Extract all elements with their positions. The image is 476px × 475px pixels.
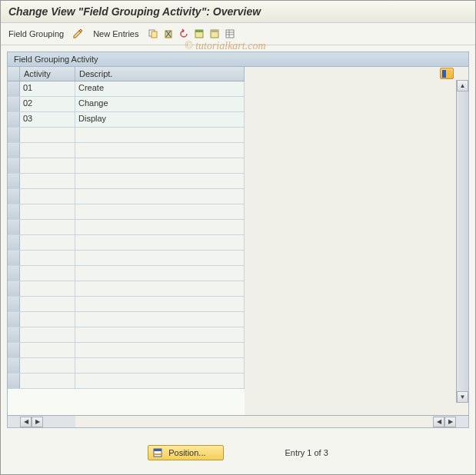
cell-activity[interactable]	[20, 204, 75, 219]
cell-descript[interactable]	[75, 297, 245, 311]
cell-descript[interactable]	[75, 204, 245, 219]
new-entries-label[interactable]: New Entries	[93, 29, 138, 38]
row-selector[interactable]	[8, 374, 20, 388]
cell-descript[interactable]	[75, 327, 245, 342]
table-row[interactable]	[8, 374, 245, 389]
row-selector[interactable]	[8, 343, 20, 357]
copy-icon[interactable]	[146, 28, 160, 40]
cell-activity[interactable]: 03	[20, 112, 75, 127]
cell-descript[interactable]	[75, 189, 245, 204]
vertical-scrollbar[interactable]: ▲ ▼	[456, 80, 468, 403]
row-selector[interactable]	[8, 220, 20, 234]
row-selector[interactable]	[8, 97, 20, 111]
cell-activity[interactable]	[20, 158, 75, 173]
table-row[interactable]	[8, 343, 245, 358]
cell-activity[interactable]: 01	[20, 81, 75, 96]
table-row[interactable]: 01Create	[8, 81, 245, 97]
table-row[interactable]	[8, 251, 245, 266]
cell-descript[interactable]	[75, 235, 245, 250]
deselect-all-icon[interactable]	[208, 28, 221, 40]
select-column-header[interactable]	[8, 67, 20, 81]
scroll-down-icon[interactable]: ▼	[457, 391, 468, 403]
edit-icon[interactable]	[72, 28, 85, 40]
cell-descript[interactable]	[75, 312, 245, 327]
cell-descript[interactable]	[75, 281, 245, 296]
cell-descript[interactable]: Create	[75, 81, 245, 96]
cell-activity[interactable]	[20, 189, 75, 204]
table-row[interactable]	[8, 358, 245, 374]
cell-descript[interactable]	[75, 143, 245, 158]
cell-activity[interactable]	[20, 343, 75, 357]
row-selector[interactable]	[8, 112, 20, 127]
cell-activity[interactable]	[20, 128, 75, 142]
row-selector[interactable]	[8, 235, 20, 250]
scroll-right-icon[interactable]: ▶	[32, 417, 43, 427]
cell-activity[interactable]	[20, 374, 75, 388]
table-row[interactable]: 03Display	[8, 112, 245, 128]
table-row[interactable]	[8, 235, 245, 251]
cell-activity[interactable]	[20, 327, 75, 342]
scroll-right-icon-2[interactable]: ▶	[444, 417, 456, 427]
position-button[interactable]: Position...	[148, 445, 223, 460]
cell-activity[interactable]: 02	[20, 97, 75, 111]
column-descript[interactable]: Descript.	[75, 67, 245, 81]
delete-icon[interactable]	[161, 28, 175, 40]
row-selector[interactable]	[8, 281, 20, 296]
select-all-icon[interactable]	[192, 28, 206, 40]
row-selector[interactable]	[8, 128, 20, 142]
row-selector[interactable]	[8, 312, 20, 327]
row-selector[interactable]	[8, 327, 20, 342]
cell-activity[interactable]	[20, 281, 75, 296]
column-activity[interactable]: Activity	[20, 67, 75, 81]
cell-descript[interactable]	[75, 220, 245, 234]
table-row[interactable]: 02Change	[8, 97, 245, 112]
table-row[interactable]	[8, 312, 245, 327]
scroll-left-icon-2[interactable]: ◀	[433, 417, 444, 427]
table-settings-icon[interactable]	[223, 28, 237, 40]
cell-activity[interactable]	[20, 312, 75, 327]
horizontal-scrollbar[interactable]: ◀ ▶ ◀ ▶	[8, 415, 468, 427]
cell-descript[interactable]	[75, 358, 245, 373]
row-selector[interactable]	[8, 204, 20, 219]
table-row[interactable]	[8, 174, 245, 189]
cell-activity[interactable]	[20, 358, 75, 373]
cell-descript[interactable]	[75, 266, 245, 281]
row-selector[interactable]	[8, 266, 20, 281]
row-selector[interactable]	[8, 158, 20, 173]
row-selector[interactable]	[8, 174, 20, 188]
cell-activity[interactable]	[20, 174, 75, 188]
row-selector[interactable]	[8, 81, 20, 96]
row-selector[interactable]	[8, 358, 20, 373]
cell-descript[interactable]	[75, 251, 245, 265]
cell-descript[interactable]	[75, 158, 245, 173]
table-row[interactable]	[8, 143, 245, 158]
scroll-up-icon[interactable]: ▲	[457, 80, 468, 91]
cell-descript[interactable]	[75, 128, 245, 142]
row-selector[interactable]	[8, 143, 20, 158]
cell-descript[interactable]	[75, 343, 245, 357]
cell-activity[interactable]	[20, 266, 75, 281]
scroll-left-icon[interactable]: ◀	[20, 417, 32, 427]
cell-activity[interactable]	[20, 235, 75, 250]
cell-descript[interactable]: Display	[75, 112, 245, 127]
table-row[interactable]	[8, 158, 245, 174]
table-row[interactable]	[8, 297, 245, 312]
row-selector[interactable]	[8, 189, 20, 204]
table-row[interactable]	[8, 327, 245, 343]
cell-activity[interactable]	[20, 297, 75, 311]
table-row[interactable]	[8, 128, 245, 143]
table-row[interactable]	[8, 220, 245, 235]
cell-activity[interactable]	[20, 220, 75, 234]
field-grouping-label[interactable]: Field Grouping	[8, 29, 64, 38]
cell-descript[interactable]: Change	[75, 97, 245, 111]
cell-activity[interactable]	[20, 251, 75, 265]
undo-icon[interactable]	[177, 28, 191, 40]
cell-descript[interactable]	[75, 174, 245, 188]
row-selector[interactable]	[8, 251, 20, 265]
table-row[interactable]	[8, 266, 245, 281]
cell-activity[interactable]	[20, 143, 75, 158]
cell-descript[interactable]	[75, 374, 245, 388]
table-row[interactable]	[8, 281, 245, 297]
row-selector[interactable]	[8, 297, 20, 311]
table-row[interactable]	[8, 189, 245, 204]
